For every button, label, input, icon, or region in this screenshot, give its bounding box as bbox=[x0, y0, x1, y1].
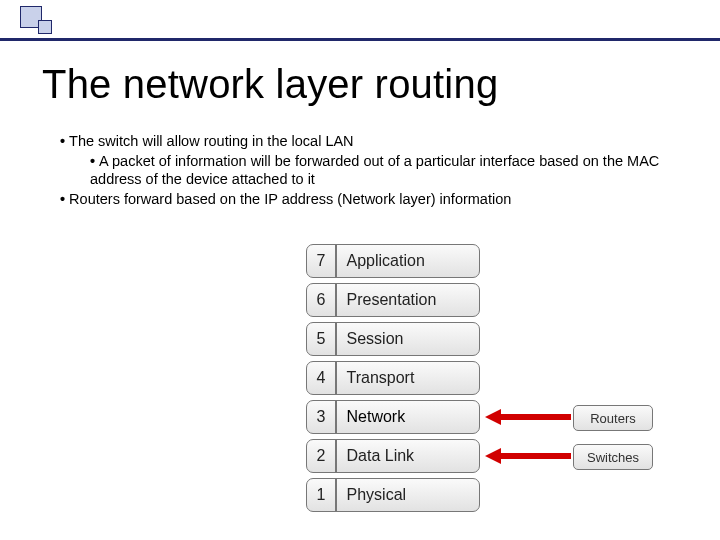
slide-title: The network layer routing bbox=[42, 62, 498, 107]
bullet-level-2: A packet of information will be forwarde… bbox=[90, 152, 660, 188]
accent-square-icon bbox=[38, 20, 52, 34]
osi-layer-number: 3 bbox=[307, 408, 335, 426]
osi-layer-number: 1 bbox=[307, 486, 335, 504]
osi-layer-number: 2 bbox=[307, 447, 335, 465]
osi-stack: 7 Application 6 Presentation 5 Session 4… bbox=[306, 244, 480, 517]
osi-layer-name: Transport bbox=[337, 369, 480, 387]
osi-layer-name: Presentation bbox=[337, 291, 480, 309]
slide-accent-bar bbox=[0, 0, 720, 41]
bullet-level-1: The switch will allow routing in the loc… bbox=[60, 132, 660, 150]
osi-layer-application: 7 Application bbox=[306, 244, 480, 278]
osi-layer-name: Physical bbox=[337, 486, 480, 504]
slide-body: The switch will allow routing in the loc… bbox=[60, 132, 660, 211]
osi-layer-number: 4 bbox=[307, 369, 335, 387]
osi-layer-physical: 1 Physical bbox=[306, 478, 480, 512]
label-switches: Switches bbox=[573, 444, 653, 470]
osi-layer-number: 7 bbox=[307, 252, 335, 270]
osi-layer-datalink: 2 Data Link bbox=[306, 439, 480, 473]
osi-layer-name: Session bbox=[337, 330, 480, 348]
osi-layer-name: Network bbox=[337, 408, 480, 426]
osi-layer-presentation: 6 Presentation bbox=[306, 283, 480, 317]
osi-layer-name: Data Link bbox=[337, 447, 480, 465]
osi-layer-network: 3 Network bbox=[306, 400, 480, 434]
osi-layer-name: Application bbox=[337, 252, 480, 270]
osi-layer-number: 6 bbox=[307, 291, 335, 309]
osi-layer-transport: 4 Transport bbox=[306, 361, 480, 395]
osi-layer-session: 5 Session bbox=[306, 322, 480, 356]
label-routers: Routers bbox=[573, 405, 653, 431]
osi-layer-number: 5 bbox=[307, 330, 335, 348]
bullet-level-1: Routers forward based on the IP address … bbox=[60, 190, 660, 208]
